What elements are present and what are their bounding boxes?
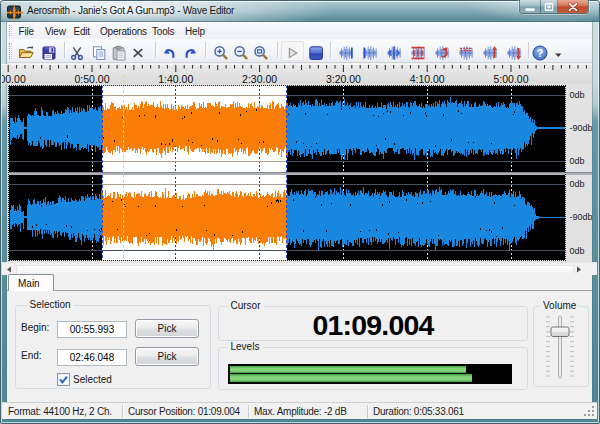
svg-text:3:20.00: 3:20.00 <box>326 73 361 85</box>
svg-text:0:00.00: 0:00.00 <box>2 73 26 85</box>
svg-text:?: ? <box>537 47 543 59</box>
svg-text:-90db: -90db <box>570 212 593 222</box>
svg-text:0db: 0db <box>570 90 585 100</box>
svg-text:5:00.00: 5:00.00 <box>493 73 528 85</box>
svg-text:2:30.00: 2:30.00 <box>242 73 277 85</box>
svg-text:-90db: -90db <box>570 123 593 133</box>
svg-text:0db: 0db <box>570 156 585 166</box>
svg-text:4:10.00: 4:10.00 <box>410 73 445 85</box>
svg-text:0db: 0db <box>570 179 585 189</box>
svg-text:1:40.00: 1:40.00 <box>158 73 193 85</box>
svg-text:0:50.00: 0:50.00 <box>74 73 109 85</box>
svg-text:0db: 0db <box>570 246 585 256</box>
